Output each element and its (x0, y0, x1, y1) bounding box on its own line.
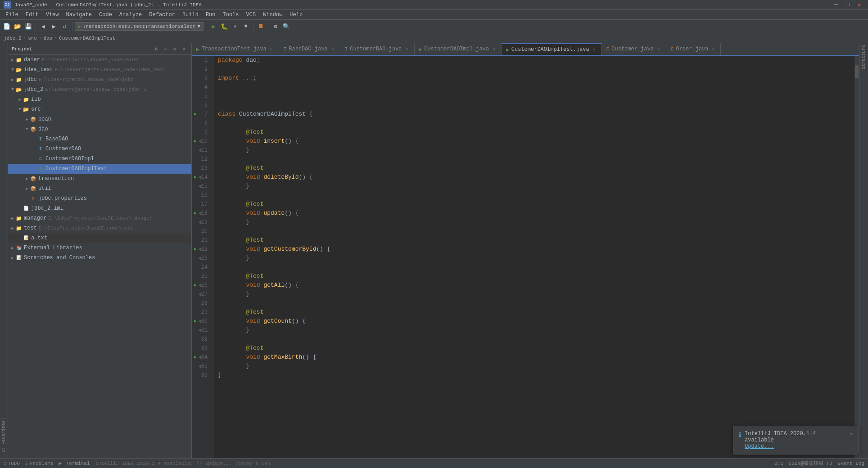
tab-customerdaoimpltest[interactable]: ▶ CustomerDAOImplTest.java ✕ (502, 43, 601, 55)
run-btn-26[interactable]: ▶ (193, 283, 198, 288)
menu-vcs[interactable]: VCS (243, 11, 260, 19)
menu-window[interactable]: Window (259, 11, 286, 19)
run-btn-7[interactable]: ▶ (193, 112, 198, 117)
structure-label[interactable]: Structure (861, 45, 866, 72)
toolbar-forward[interactable]: ▶ (49, 22, 59, 32)
menu-refactor[interactable]: Refactor (145, 11, 179, 19)
tree-item-customerdao[interactable]: ▶ I CustomerDAO (8, 144, 191, 154)
sidebar-close[interactable]: ✕ (180, 45, 188, 53)
menu-file[interactable]: File (2, 11, 22, 19)
maximize-button[interactable]: □ (843, 0, 853, 10)
tree-item-customerdaoimpltest[interactable]: ▶ T CustomerDAOImplTest (8, 164, 191, 174)
tab-close-customerdaoimpltest[interactable]: ✕ (592, 47, 597, 52)
tab-customer[interactable]: C Customer.java ✕ (602, 43, 666, 55)
window-controls[interactable]: — □ ✕ (831, 0, 864, 10)
terminal-button[interactable]: ▶_ Terminal (59, 460, 90, 466)
tab-close-order[interactable]: ✕ (710, 46, 716, 52)
run-with-coverage[interactable]: ⚡ (230, 22, 240, 32)
run-btn-22[interactable]: ▶ (193, 247, 198, 252)
tab-transactiontest[interactable]: ▶ TransactionTest.java ✕ (192, 43, 279, 55)
toolbar-refresh[interactable]: ↺ (60, 22, 70, 32)
tree-item-basedao[interactable]: ▶ I BaseDAO (8, 134, 191, 144)
toolbar-save[interactable]: 💾 (23, 22, 33, 32)
notification-close-button[interactable]: ✕ (850, 431, 853, 437)
debug-button[interactable]: 🐛 (219, 22, 229, 32)
toolbar-new-file[interactable]: 📄 (2, 22, 12, 32)
tab-close-customer[interactable]: ✕ (656, 46, 661, 52)
menu-view[interactable]: View (42, 11, 63, 19)
tree-item-jdbc2-iml[interactable]: ▶ 📄 jdbc_2.iml (8, 203, 191, 213)
problems-button[interactable]: ⚠ Problems (25, 460, 53, 466)
tree-item-jdbc_2[interactable]: ▼ 📂 jdbc_2 E:\IdeaProjects\JavaSE_code\j… (8, 85, 191, 94)
menu-help[interactable]: Help (286, 11, 306, 19)
breadcrumb-dao[interactable]: dao (44, 36, 53, 41)
notification-update-link[interactable]: Update... (745, 443, 846, 450)
debug-btn-11[interactable]: ◎ (198, 148, 203, 153)
debug-btn-15[interactable]: ◎ (198, 184, 203, 189)
tree-item-ext-libs[interactable]: ▶ 📚 External Libraries (8, 243, 191, 253)
toolbar-back[interactable]: ◀ (38, 22, 48, 32)
tab-close-basedao[interactable]: ✕ (330, 46, 335, 52)
toolbar-settings[interactable]: ⚙ (271, 22, 280, 32)
breadcrumb-jdbc2[interactable]: jdbc_2 (4, 36, 22, 41)
run-config-selector[interactable]: ▶ TransactionTest2.testTransactionSelect… (75, 22, 203, 31)
encoding-info[interactable]: CSDN@傣族辣椒 TJ (789, 460, 832, 467)
tree-item-lib[interactable]: ▶ 📁 lib (8, 94, 191, 104)
tree-item-transaction[interactable]: ▶ 📦 transaction (8, 174, 191, 184)
sidebar-expand-all[interactable]: ⊞ (153, 45, 161, 53)
favorites-label[interactable]: 2: Favorites (0, 418, 7, 454)
run-btn-34[interactable]: ▶ (193, 355, 198, 360)
tree-item-daier[interactable]: ▶ 📁 daier E:\IdeaProjects\JavaSE_code\da… (8, 55, 191, 65)
debug-btn-30[interactable]: ◎ (198, 319, 203, 324)
tree-item-manager[interactable]: ▶ 📁 manager E:\IdeaProjects\JavaSE_code\… (8, 213, 191, 223)
code-content[interactable]: package dao; import ...; class CustomerD… (214, 56, 854, 458)
tab-close-customerdaoimpl[interactable]: ✕ (491, 46, 497, 52)
menu-navigate[interactable]: Navigate (62, 11, 95, 19)
run-btn-30[interactable]: ▶ (193, 319, 198, 324)
todo-button[interactable]: ☑ TODO (4, 460, 20, 466)
tab-customerdaoimpl[interactable]: ▶ CustomerDAOImpl.java ✕ (415, 43, 502, 55)
tree-item-idea_test[interactable]: ▼ 📂 idea_test E:\IdeaProjects\JavaSE_cod… (8, 65, 191, 75)
minimize-button[interactable]: — (831, 0, 841, 10)
editor-scrollbar[interactable] (854, 56, 859, 458)
tab-basedao[interactable]: I BaseDAO.java ✕ (279, 43, 340, 55)
debug-btn-23[interactable]: ◎ (198, 256, 203, 261)
breadcrumb-src[interactable]: src (28, 36, 37, 41)
debug-btn-34[interactable]: ◎ (198, 355, 203, 360)
toolbar-search[interactable]: 🔍 (281, 22, 291, 32)
tab-close-transactiontest[interactable]: ✕ (269, 46, 274, 52)
toolbar-open[interactable]: 📂 (13, 22, 23, 32)
toolbar-more-run[interactable]: ▼ (241, 22, 251, 32)
menu-edit[interactable]: Edit (22, 11, 42, 19)
menu-tools[interactable]: Tools (219, 11, 243, 19)
tab-close-customerdao[interactable]: ✕ (404, 46, 410, 52)
debug-btn-27[interactable]: ◎ (198, 292, 203, 297)
run-btn-18[interactable]: ▶ (193, 211, 198, 216)
close-button[interactable]: ✕ (854, 0, 864, 10)
tree-item-dao[interactable]: ▼ 📦 dao (8, 124, 191, 134)
debug-btn-35[interactable]: ◎ (198, 364, 203, 369)
run-btn-14[interactable]: ▶ (193, 175, 198, 180)
tree-item-customerdaoimpl[interactable]: ▶ C CustomerDAOImpl (8, 154, 191, 164)
debug-btn-22[interactable]: ◎ (198, 247, 203, 252)
cursor-position[interactable]: 2:1 (774, 461, 783, 466)
tree-item-test[interactable]: ▶ 📁 test E:\IdeaProjects\JavaSE_code\tes… (8, 223, 191, 233)
debug-btn-10[interactable]: ◎ (198, 139, 203, 144)
run-btn-10[interactable]: ▶ (193, 139, 198, 144)
menu-build[interactable]: Build (179, 11, 202, 19)
debug-btn-14[interactable]: ◎ (198, 175, 203, 180)
tree-item-jdbc-properties[interactable]: ▶ ⚙ jdbc.properties (8, 194, 191, 203)
tree-item-util[interactable]: ▶ 📦 util (8, 184, 191, 194)
debug-btn-26[interactable]: ◎ (198, 283, 203, 288)
tree-item-scratches[interactable]: ▶ 📝 Scratches and Consoles (8, 253, 191, 263)
tab-customerdao[interactable]: I CustomerDAO.java ✕ (340, 43, 415, 55)
tree-item-a-txt[interactable]: ▶ 📝 a.txt (8, 233, 191, 243)
debug-btn-19[interactable]: ◎ (198, 220, 203, 225)
breadcrumb-file[interactable]: CustomerDAOImplTest (59, 36, 115, 41)
tree-item-src[interactable]: ▼ 📂 src (8, 104, 191, 114)
tree-item-bean[interactable]: ▶ 📦 bean (8, 114, 191, 124)
debug-btn-31[interactable]: ◎ (198, 328, 203, 333)
menu-analyze[interactable]: Analyze (116, 11, 145, 19)
tree-item-jdbc[interactable]: ▶ 📁 jdbc E:\IdeaProjects\JavaSE_code\jdb… (8, 75, 191, 85)
menu-code[interactable]: Code (95, 11, 116, 19)
